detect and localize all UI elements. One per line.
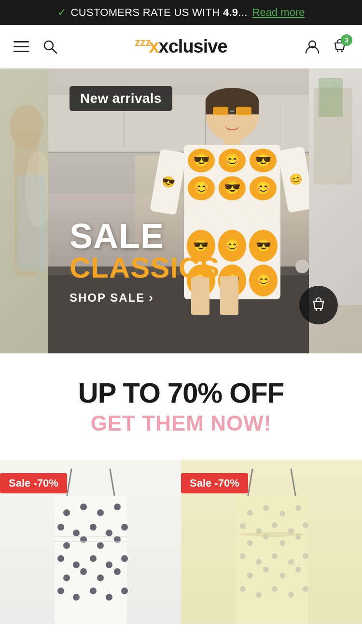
logo-text: xclusive [159, 36, 227, 57]
product-card-1[interactable]: Sale -70% [0, 460, 181, 624]
svg-point-71 [288, 592, 294, 598]
svg-point-3 [337, 50, 339, 52]
hero-slide-left [0, 69, 48, 353]
svg-line-12 [110, 469, 115, 498]
svg-point-70 [272, 586, 278, 592]
header-left [14, 39, 58, 55]
svg-point-36 [57, 588, 64, 594]
svg-point-18 [57, 524, 64, 531]
svg-point-66 [279, 573, 285, 578]
svg-point-16 [97, 509, 104, 516]
svg-point-17 [114, 504, 121, 510]
svg-point-57 [279, 540, 285, 546]
svg-line-43 [248, 469, 252, 498]
user-account-button[interactable] [304, 39, 320, 55]
svg-point-48 [279, 511, 285, 517]
svg-point-63 [303, 553, 308, 559]
hero-sale-overlay: SALE CLASSICS SHOP SALE › [70, 219, 220, 305]
svg-point-31 [121, 555, 128, 562]
left-person-silhouette [0, 69, 48, 353]
search-icon [42, 39, 58, 55]
svg-point-39 [106, 594, 112, 601]
svg-point-55 [247, 540, 253, 546]
cart-button[interactable]: 3 [331, 38, 348, 56]
svg-point-23 [63, 542, 70, 549]
svg-point-40 [121, 588, 128, 594]
svg-point-30 [106, 561, 112, 568]
svg-point-4 [341, 50, 343, 52]
check-icon: ✓ [57, 6, 66, 19]
svg-point-69 [256, 592, 262, 598]
svg-point-20 [90, 524, 97, 531]
svg-point-62 [288, 559, 294, 565]
svg-rect-45 [236, 496, 308, 624]
svg-point-29 [90, 555, 97, 562]
header-right: 3 [304, 38, 348, 56]
svg-point-60 [256, 559, 262, 565]
banner-text: CUSTOMERS RATE US WITH 4.9... [71, 6, 248, 19]
sale-headline: SALE [70, 219, 220, 253]
svg-point-50 [240, 523, 246, 529]
svg-point-15 [80, 504, 87, 510]
svg-point-9 [316, 309, 318, 311]
svg-point-14 [63, 509, 70, 516]
svg-point-37 [73, 594, 80, 601]
svg-point-10 [320, 309, 322, 311]
svg-point-33 [80, 568, 87, 575]
svg-point-54 [303, 522, 308, 528]
svg-point-59 [240, 553, 246, 559]
svg-point-21 [106, 530, 112, 536]
promo-subline: GET THEM NOW! [14, 411, 348, 435]
header: zzzxxclusive 3 [0, 25, 362, 69]
hero-cart-button[interactable] [299, 286, 338, 324]
new-arrivals-badge: New arrivals [70, 86, 172, 111]
svg-line-11 [67, 469, 71, 498]
hamburger-menu-icon[interactable] [14, 41, 29, 52]
hero-cart-icon [309, 296, 328, 314]
svg-point-52 [272, 522, 278, 528]
classics-headline: CLASSICS [70, 253, 220, 282]
logo[interactable]: zzzxxclusive [135, 36, 227, 57]
svg-point-72 [303, 586, 308, 592]
svg-point-27 [57, 555, 64, 562]
top-banner: ✓ CUSTOMERS RATE US WITH 4.9... Read mor… [0, 0, 362, 25]
svg-point-25 [97, 542, 104, 549]
cart-badge: 3 [341, 34, 352, 46]
search-button[interactable] [42, 39, 58, 55]
svg-point-49 [295, 505, 301, 511]
sale-badge-1: Sale -70% [0, 473, 67, 493]
svg-point-46 [247, 510, 253, 516]
svg-point-38 [90, 588, 97, 594]
svg-line-1 [52, 49, 56, 53]
svg-point-47 [263, 505, 269, 511]
hero-section: 😎 😊 😎 😊 😎 😊 😎 😊 😎 [0, 69, 362, 353]
promo-headline: UP TO 70% OFF [14, 378, 348, 408]
product-card-2[interactable]: Sale -70% [181, 460, 362, 624]
user-icon [304, 39, 320, 55]
svg-point-28 [73, 561, 80, 568]
arrow-icon: › [149, 290, 154, 305]
svg-point-32 [63, 574, 70, 581]
product-grid: Sale -70% [0, 445, 362, 624]
svg-point-64 [247, 573, 253, 578]
sale-badge-2: Sale -70% [181, 473, 248, 493]
svg-point-19 [73, 530, 80, 536]
svg-point-35 [114, 568, 121, 575]
svg-point-61 [272, 553, 278, 559]
svg-point-67 [295, 567, 301, 573]
promo-section: UP TO 70% OFF GET THEM NOW! [0, 353, 362, 445]
svg-rect-8 [17, 175, 46, 271]
plant-right [319, 78, 343, 117]
svg-point-65 [263, 567, 269, 573]
svg-point-68 [240, 586, 246, 592]
shop-sale-button[interactable]: SHOP SALE › [70, 290, 220, 305]
svg-point-34 [97, 574, 104, 581]
svg-point-22 [121, 524, 128, 531]
read-more-link[interactable]: Read more [252, 6, 305, 19]
svg-line-44 [291, 469, 296, 498]
